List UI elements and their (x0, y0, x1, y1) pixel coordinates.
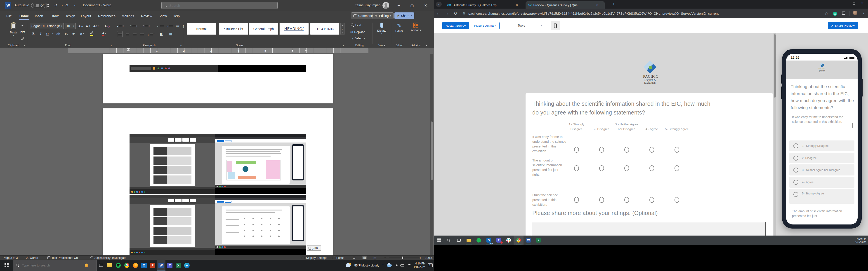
styles-dialog-launcher-icon[interactable]: ↘ (342, 44, 344, 47)
place-bookmark-button[interactable]: Place Bookmark (471, 22, 500, 29)
chrome-minimize-icon[interactable]: ─ (844, 1, 846, 5)
radio-row3-col2[interactable] (599, 197, 604, 203)
radio-row3-col3[interactable] (624, 197, 629, 203)
phone-option-4[interactable]: 4 - Agree (789, 177, 855, 188)
document-page-2[interactable] (103, 54, 333, 103)
chrome-close-icon[interactable]: ✕ (861, 1, 864, 5)
style-heading2[interactable]: HEADING (310, 23, 340, 35)
address-bar[interactable]: pacificresearch.qualtrics.com/jfe/previe… (468, 11, 719, 15)
horizontal-ruler[interactable]: 1 2 3 4 5 6 (68, 48, 368, 53)
status-focus[interactable]: Focus (333, 256, 344, 260)
tools-chevron-icon[interactable]: ▾ (541, 24, 542, 27)
excel-icon-2[interactable]: X (533, 236, 544, 245)
slack-icon-2[interactable] (504, 236, 514, 245)
radio-row1-col1[interactable] (574, 147, 579, 153)
start-button[interactable] (0, 260, 13, 271)
text-effects-icon[interactable]: A▾ (79, 31, 85, 37)
align-justify-icon[interactable] (139, 31, 145, 37)
radio-row2-col4[interactable] (649, 165, 654, 171)
read-mode-icon[interactable]: 🕮 (352, 256, 355, 260)
status-display-settings[interactable]: Display Settings (302, 256, 327, 260)
hidden-icons-chevron-icon[interactable]: ⌃ (382, 264, 384, 267)
notifications-icon[interactable]: 22 (428, 263, 433, 267)
bookmark-star-icon[interactable]: ☆ (822, 11, 831, 16)
italic-icon[interactable]: I (38, 31, 43, 37)
clipboard-dialog-launcher-icon[interactable]: ↘ (24, 44, 26, 47)
radio-row1-col4[interactable] (649, 147, 654, 153)
decrease-indent-icon[interactable]: ← (156, 23, 164, 29)
radio-row2-col5[interactable] (675, 165, 679, 171)
change-case-icon[interactable]: Aa▾ (93, 23, 99, 29)
font-size-select[interactable]: 10▾ (65, 23, 76, 29)
radio-row3-col5[interactable] (675, 197, 679, 203)
tab-close-icon[interactable]: ✕ (516, 3, 518, 7)
outlook-icon-2[interactable]: ONEW (484, 236, 494, 245)
quick-access-toolbar-icon[interactable]: ▾ (72, 3, 78, 8)
phone-option-5[interactable]: 5- Strongly Agree (789, 189, 855, 204)
tab-home[interactable]: Home (19, 11, 30, 21)
pilcrow-icon[interactable]: ¶ (181, 23, 186, 29)
taskbar-search-input[interactable] (22, 263, 83, 267)
file-explorer-icon[interactable] (105, 260, 114, 271)
word-icon-2[interactable]: W (524, 236, 533, 245)
wifi-icon[interactable] (407, 264, 411, 267)
tab-close-icon[interactable]: ✕ (596, 3, 599, 7)
select-button[interactable]: ▻Select▾ (351, 35, 365, 41)
underline-dropdown-icon[interactable]: ▾ (50, 31, 56, 37)
right-indent-marker[interactable] (305, 49, 307, 51)
addins-button[interactable]: Add-ins (409, 23, 423, 32)
firefox-icon[interactable] (131, 260, 140, 271)
clear-formatting-icon[interactable]: A◇ (104, 23, 110, 29)
align-left-icon[interactable] (117, 31, 123, 37)
find-button[interactable]: Find▾ (351, 22, 364, 28)
word-search-input[interactable] (169, 3, 275, 8)
tab-insert[interactable]: Insert (34, 11, 44, 21)
browser-tab-distribute[interactable]: XM Distribute Survey | Qualtrics Exp ✕ (445, 1, 524, 8)
superscript-icon[interactable]: x² (71, 31, 76, 37)
strikethrough-icon[interactable]: ab (56, 31, 61, 37)
spotify-icon-2[interactable] (474, 236, 484, 245)
zoom-out-icon[interactable]: − (384, 256, 386, 260)
radio-row1-col3[interactable] (624, 147, 629, 153)
tab-design[interactable]: Design (64, 11, 76, 21)
shading-icon[interactable]: ◧▾ (160, 31, 165, 37)
dictate-button[interactable]: Dictate ▾ (375, 23, 388, 35)
browser-tab-preview[interactable]: XM Preview - Qualtrics Survey | Qua ✕ (526, 1, 604, 8)
close-button[interactable]: ✕ (421, 0, 431, 11)
subscript-icon[interactable]: x₂ (64, 31, 69, 37)
status-text-predictions[interactable]: a Text Predictions: On (48, 256, 78, 260)
print-layout-icon[interactable]: ▤ (362, 256, 367, 259)
tab-references[interactable]: References (97, 11, 116, 21)
zoom-slider[interactable] (389, 256, 418, 260)
format-painter-icon[interactable]: 🖉 (20, 36, 25, 41)
hanging-indent-marker[interactable] (127, 49, 130, 51)
autosave-toggle[interactable]: Off (31, 3, 46, 8)
comments-button[interactable]: Comments (351, 12, 376, 19)
zoom-level[interactable]: 100% (425, 256, 432, 260)
survey-comment-textarea[interactable] (532, 222, 765, 236)
font-color-icon[interactable]: A▾ (101, 31, 107, 37)
spotify-icon[interactable] (114, 260, 123, 271)
excel-icon[interactable]: X (174, 260, 183, 271)
file-explorer-icon-2[interactable] (464, 236, 474, 245)
word-taskbar-icon[interactable]: W (157, 260, 165, 271)
powerpoint-icon[interactable]: P (148, 260, 157, 271)
radio-row1-col2[interactable] (599, 147, 604, 153)
battery-icon[interactable] (400, 265, 404, 267)
phone-option-1[interactable]: 1 - Strongly Disagree (789, 140, 855, 151)
new-tab-icon[interactable]: + (613, 2, 615, 6)
start-button-2[interactable] (434, 236, 444, 245)
phone-option-2[interactable]: 2- Disagree (789, 153, 855, 163)
style-heading1[interactable]: HEADING( (279, 23, 309, 35)
search-icon-2[interactable] (444, 236, 454, 245)
word-search-box[interactable] (161, 2, 278, 9)
back-icon[interactable]: ← (434, 11, 442, 16)
shrink-font-icon[interactable]: A▼ (86, 23, 91, 29)
style-normal[interactable]: Normal (187, 23, 216, 35)
line-spacing-icon[interactable]: ↕▾ (147, 31, 155, 37)
taskbar2-clock[interactable]: 4:10 PM4/16/2024 (855, 237, 866, 243)
style-general-emph[interactable]: General Emph (249, 23, 278, 35)
survey-scrollbar[interactable] (774, 33, 776, 236)
ribbon-collapse-icon[interactable]: ▾ (426, 44, 427, 47)
grammarly-extension-icon[interactable]: G (831, 11, 839, 16)
